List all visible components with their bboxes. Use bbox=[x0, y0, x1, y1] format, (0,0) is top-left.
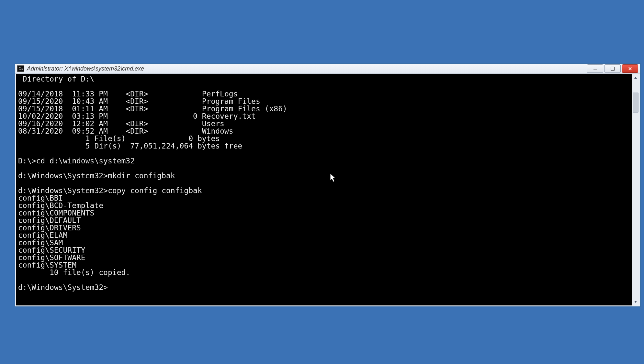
svg-rect-1 bbox=[611, 67, 614, 70]
maximize-button[interactable] bbox=[604, 64, 621, 73]
cmd-window: C:\ Administrator: X:\windows\system32\c… bbox=[15, 63, 641, 307]
svg-marker-4 bbox=[634, 77, 637, 79]
terminal-output[interactable]: Directory of D:\ 09/14/2018 11:33 PM <DI… bbox=[16, 74, 632, 305]
titlebar[interactable]: C:\ Administrator: X:\windows\system32\c… bbox=[15, 64, 640, 74]
cmd-icon: C:\ bbox=[17, 65, 24, 72]
scrollbar-thumb[interactable] bbox=[633, 93, 638, 113]
vertical-scrollbar[interactable] bbox=[632, 74, 639, 305]
client-area: Directory of D:\ 09/14/2018 11:33 PM <DI… bbox=[16, 74, 639, 305]
window-title: Administrator: X:\windows\system32\cmd.e… bbox=[27, 65, 144, 72]
minimize-button[interactable] bbox=[587, 64, 603, 73]
scroll-up-button[interactable] bbox=[632, 74, 639, 81]
close-button[interactable] bbox=[622, 64, 638, 73]
scrollbar-track[interactable] bbox=[632, 81, 639, 298]
scroll-down-button[interactable] bbox=[632, 298, 639, 305]
svg-marker-5 bbox=[634, 301, 637, 303]
